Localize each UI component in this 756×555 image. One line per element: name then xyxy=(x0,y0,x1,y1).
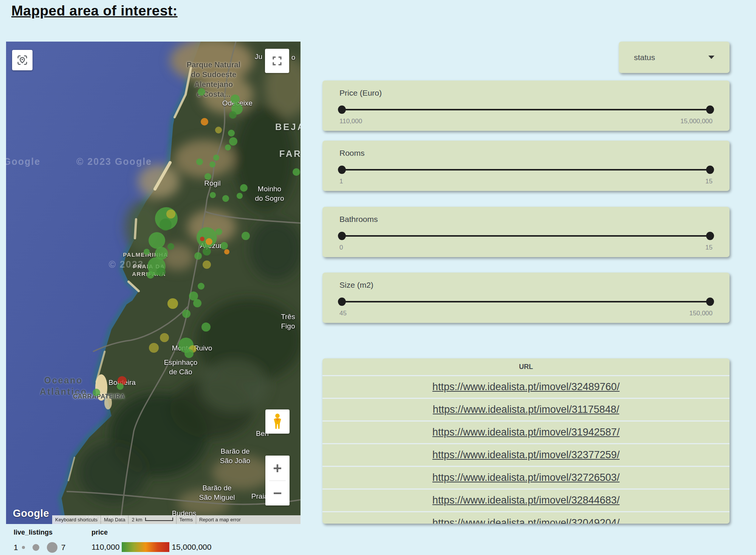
listing-marker[interactable] xyxy=(240,184,248,192)
google-logo[interactable]: Google xyxy=(13,508,49,519)
listing-marker[interactable] xyxy=(167,243,174,250)
listing-marker[interactable] xyxy=(209,161,215,167)
url-table: URL https://www.idealista.pt/imovel/3248… xyxy=(322,358,730,524)
listing-marker[interactable] xyxy=(156,267,166,276)
bathrooms-slider-track[interactable] xyxy=(340,235,712,237)
listing-marker[interactable] xyxy=(198,283,204,290)
listing-marker[interactable] xyxy=(196,158,203,165)
page-title: Mapped area of interest: xyxy=(11,3,178,19)
listing-marker[interactable] xyxy=(201,322,211,332)
table-row: https://www.idealista.pt/imovel/31175848… xyxy=(322,398,730,420)
listing-url-link[interactable]: https://www.idealista.pt/imovel/32049204… xyxy=(432,517,620,524)
listing-marker[interactable] xyxy=(194,252,202,260)
listing-marker[interactable] xyxy=(149,343,159,353)
listing-marker[interactable] xyxy=(182,310,191,318)
table-row: https://www.idealista.pt/imovel/32377259… xyxy=(322,443,730,466)
fullscreen-button[interactable] xyxy=(265,49,289,73)
listing-marker[interactable] xyxy=(149,232,165,249)
listing-marker[interactable] xyxy=(220,242,228,250)
listing-marker[interactable] xyxy=(293,168,300,176)
legend-size-max: 7 xyxy=(61,543,66,552)
listing-marker[interactable] xyxy=(204,173,211,180)
satellite-terrain xyxy=(6,42,301,524)
status-dropdown-label: status xyxy=(634,53,655,62)
listing-marker[interactable] xyxy=(203,247,211,256)
listing-url-link[interactable]: https://www.idealista.pt/imovel/32844683… xyxy=(432,495,620,506)
scale-bar xyxy=(145,518,173,521)
region-select-button[interactable] xyxy=(12,50,33,70)
zoom-in-button[interactable]: + xyxy=(265,456,290,481)
rooms-slider-label: Rooms xyxy=(339,149,365,158)
listing-marker[interactable] xyxy=(197,227,217,248)
price-slider-min-handle[interactable] xyxy=(338,105,346,114)
listing-marker[interactable] xyxy=(228,130,235,136)
listing-marker[interactable] xyxy=(198,88,205,96)
listing-marker[interactable] xyxy=(229,137,237,146)
listing-marker[interactable] xyxy=(222,195,229,202)
map-canvas[interactable]: Parque Natural do Sudoeste Alentejano e … xyxy=(6,42,301,524)
listing-marker[interactable] xyxy=(193,299,201,307)
size-slider-max-handle[interactable] xyxy=(706,298,714,306)
bathrooms-slider-card: Bathrooms 0 15 xyxy=(322,207,730,257)
rooms-slider-min-handle[interactable] xyxy=(338,166,346,174)
listing-marker[interactable] xyxy=(229,111,237,119)
attribution-report-a-map-error[interactable]: Report a map error xyxy=(196,515,244,524)
legend-price-min: 110,000 xyxy=(91,543,119,552)
status-dropdown[interactable]: status xyxy=(619,42,730,73)
listing-marker[interactable] xyxy=(147,271,154,279)
table-row: https://www.idealista.pt/imovel/31942587… xyxy=(322,420,730,443)
listing-marker[interactable] xyxy=(144,249,150,255)
listing-marker[interactable] xyxy=(231,95,240,104)
size-slider-label: Size (m2) xyxy=(339,281,373,290)
listing-marker[interactable] xyxy=(237,193,243,199)
attribution-2-km[interactable]: 2 km xyxy=(128,515,176,524)
listing-marker[interactable] xyxy=(160,333,169,342)
listing-marker[interactable] xyxy=(206,238,212,245)
listing-marker[interactable] xyxy=(93,389,100,396)
attribution-terms[interactable]: Terms xyxy=(176,515,196,524)
listing-marker[interactable] xyxy=(160,219,172,231)
price-slider-track[interactable] xyxy=(340,109,712,110)
listing-marker[interactable] xyxy=(242,232,250,240)
bathrooms-slider-max-handle[interactable] xyxy=(706,232,714,240)
bathrooms-slider-min-handle[interactable] xyxy=(338,232,346,240)
zoom-out-button[interactable]: − xyxy=(265,481,290,506)
price-slider-label: Price (Euro) xyxy=(339,88,382,98)
size-slider-min-handle[interactable] xyxy=(338,298,346,306)
size-slider-track[interactable] xyxy=(340,301,712,302)
rooms-slider-card: Rooms 1 15 xyxy=(322,141,730,191)
listing-marker[interactable] xyxy=(200,237,204,241)
listing-marker[interactable] xyxy=(210,192,216,198)
listing-marker[interactable] xyxy=(213,155,219,161)
listing-marker[interactable] xyxy=(117,383,124,390)
attribution-keyboard-shortcuts[interactable]: Keyboard shortcuts xyxy=(52,515,101,524)
listing-url-link[interactable]: https://www.idealista.pt/imovel/31942587… xyxy=(432,426,620,438)
rooms-max-value: 15 xyxy=(705,178,713,185)
attribution-map-data[interactable]: Map Data xyxy=(101,515,128,524)
listing-marker[interactable] xyxy=(225,144,231,150)
rooms-slider-max-handle[interactable] xyxy=(706,166,714,174)
rooms-slider-track[interactable] xyxy=(340,169,712,171)
listing-marker[interactable] xyxy=(215,228,222,235)
listing-url-link[interactable]: https://www.idealista.pt/imovel/31175848… xyxy=(433,404,619,415)
price-max-value: 15,000,000 xyxy=(680,118,713,125)
table-row: https://www.idealista.pt/imovel/32489760… xyxy=(322,375,730,398)
pegman-button[interactable] xyxy=(265,409,290,434)
listing-marker[interactable] xyxy=(166,209,175,219)
listing-url-link[interactable]: https://www.idealista.pt/imovel/32377259… xyxy=(432,449,620,461)
listing-marker[interactable] xyxy=(203,260,211,269)
legend-price-max: 15,000,000 xyxy=(172,543,211,552)
listing-marker[interactable] xyxy=(201,118,208,126)
listing-marker[interactable] xyxy=(224,249,229,254)
listing-marker[interactable] xyxy=(215,127,222,133)
table-row: https://www.idealista.pt/imovel/32726503… xyxy=(322,466,730,488)
size-slider-card: Size (m2) 45 150,000 xyxy=(322,273,730,323)
price-slider-max-handle[interactable] xyxy=(706,105,714,114)
fullscreen-icon xyxy=(271,55,283,67)
listing-url-link[interactable]: https://www.idealista.pt/imovel/32489760… xyxy=(432,381,620,393)
listing-url-link[interactable]: https://www.idealista.pt/imovel/32726503… xyxy=(432,472,620,484)
price-gradient-bar xyxy=(122,542,169,552)
listing-marker[interactable] xyxy=(167,298,178,309)
price-min-value: 110,000 xyxy=(339,118,362,125)
listing-marker[interactable] xyxy=(184,349,194,358)
